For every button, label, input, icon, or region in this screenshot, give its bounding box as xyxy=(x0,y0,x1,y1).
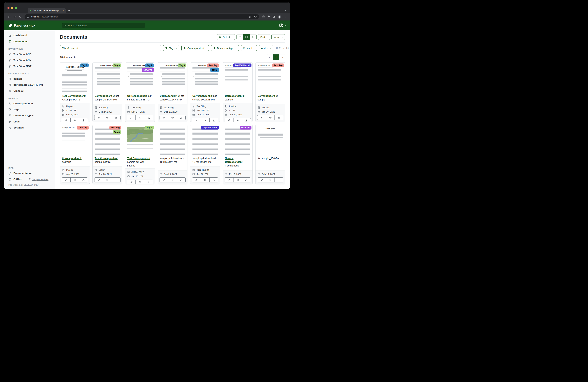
tag-badge-test-tag[interactable]: Test Tag xyxy=(109,126,121,130)
document-thumbnail[interactable]: Adobe Acrobat PDF FilesTag 3 xyxy=(158,62,188,92)
tag-badge-tag-2[interactable]: Tag 2 xyxy=(210,68,219,72)
tag-badge-test-tag[interactable]: Test Tag xyxy=(77,126,89,130)
app-brand[interactable]: Paperless-ngx xyxy=(8,23,35,28)
correspondent-link[interactable]: Correspondent 2 xyxy=(95,95,114,97)
reset-filters-button[interactable]: ✕ Reset filters xyxy=(276,47,290,50)
download-button[interactable] xyxy=(177,178,186,182)
view-toggle-grid[interactable] xyxy=(243,34,250,40)
edit-button[interactable] xyxy=(160,178,168,182)
sidebar-item-close-all[interactable]: Close all xyxy=(4,88,55,94)
correspondent-link[interactable]: Correspondent 2 xyxy=(62,157,82,160)
correspondent-link[interactable]: Newest Correspondent xyxy=(225,157,242,163)
correspondent-link[interactable]: Test Correspondent xyxy=(127,157,150,160)
sidebar-item-test-view-not[interactable]: Test View NOT xyxy=(4,63,55,69)
document-thumbnail[interactable] xyxy=(158,125,188,155)
sidebar-item-settings[interactable]: Settings xyxy=(4,125,55,131)
document-thumbnail[interactable]: Lorem ipsum xyxy=(255,125,285,155)
preview-button[interactable] xyxy=(201,118,210,122)
close-window-button[interactable] xyxy=(7,7,10,9)
download-button[interactable] xyxy=(79,178,88,182)
search-input[interactable] xyxy=(68,24,143,27)
address-bar[interactable]: localhost :4200/documents xyxy=(24,14,259,19)
document-card[interactable]: Tag 3Test Correspondent: sample-pdf-with… xyxy=(125,125,155,184)
suggest-an-idea-link[interactable]: Suggest an idea xyxy=(29,178,49,181)
sidebar-item-test-view-any[interactable]: Test View ANY xyxy=(4,57,55,63)
correspondent-link[interactable]: Correspondent 2 xyxy=(257,95,277,97)
tag-badge-tag-3[interactable]: Tag 3 xyxy=(113,63,121,67)
views-button[interactable]: Views xyxy=(272,34,285,40)
download-button[interactable] xyxy=(144,115,153,120)
document-card[interactable]: Lorem ipsumfile-sample_150kBsFeb 15, 202… xyxy=(255,125,285,184)
document-thumbnail[interactable]: A Simple PDF FileTagWithPartial xyxy=(223,62,252,92)
document-card[interactable]: A Simple PDF FileTest TagCorrespondent 2… xyxy=(60,125,90,184)
sidebar-item-test-view-and[interactable]: Test View AND xyxy=(4,51,55,57)
document-card[interactable]: Adobe Acrobat PDF FilesTag 2NewOneCorres… xyxy=(125,62,155,122)
download-button[interactable] xyxy=(210,118,218,122)
correspondent-link[interactable]: Correspondent 2 xyxy=(225,95,244,97)
filter-text-input[interactable] xyxy=(83,45,161,51)
document-thumbnail[interactable]: A Simple PDF FileTest Tag xyxy=(255,62,285,92)
document-card[interactable]: A Simple PDF FileTest TagCorrespondent 2… xyxy=(255,62,285,122)
preview-button[interactable] xyxy=(266,115,275,120)
sort-button[interactable]: Sort xyxy=(258,34,270,40)
sidebar-item-document-types[interactable]: Document types xyxy=(4,113,55,119)
preview-button[interactable] xyxy=(168,178,177,182)
document-thumbnail[interactable]: A Simple PDF FileTest Tag xyxy=(60,125,90,155)
filter-document-type-button[interactable]: Document type xyxy=(211,45,239,51)
preview-button[interactable] xyxy=(201,178,210,182)
document-card[interactable]: Test TagTag 3Test Correspondent: sample-… xyxy=(92,125,122,184)
document-card[interactable]: Lorem IpsumTag 2Test Correspondent: A Sa… xyxy=(60,62,90,122)
preview-button[interactable] xyxy=(70,178,79,182)
sidebar-item-tags[interactable]: Tags xyxy=(4,106,55,113)
sidebar-item-correspondents[interactable]: Correspondents xyxy=(4,101,55,106)
filter-created-button[interactable]: Created xyxy=(241,45,257,51)
preview-button[interactable] xyxy=(233,178,242,182)
tag-badge-test-tag[interactable]: Test Tag xyxy=(207,63,219,67)
browser-tab[interactable]: Documents - Paperless-ngx ✕ xyxy=(28,8,66,13)
sidebar-item-pdf-sample-10-24-48-pm[interactable]: pdf-sample 10.24.48 PM xyxy=(4,82,55,88)
edit-button[interactable] xyxy=(94,115,103,120)
edit-button[interactable] xyxy=(225,178,233,182)
download-button[interactable] xyxy=(79,118,88,122)
document-card[interactable]: TagWithPartialsample-pdf-download-10-mb-… xyxy=(190,125,220,184)
edit-button[interactable] xyxy=(192,118,201,122)
preview-button[interactable] xyxy=(103,115,112,120)
document-card[interactable]: Adobe Acrobat PDF FilesTag 3Corresponden… xyxy=(158,62,188,122)
site-info-icon[interactable] xyxy=(27,16,29,18)
tag-badge-tagwithpartial[interactable]: TagWithPartial xyxy=(233,63,252,67)
correspondent-link[interactable]: Correspondent 2 xyxy=(192,95,212,97)
browser-profile-avatar[interactable] xyxy=(278,15,281,19)
document-thumbnail[interactable]: Adobe Acrobat PDF FilesTest TagTag 2 xyxy=(190,62,220,92)
tag-badge-tag-3[interactable]: Tag 3 xyxy=(145,126,154,130)
share-icon[interactable] xyxy=(249,16,251,18)
tag-badge-newone[interactable]: NewOne xyxy=(240,126,252,130)
document-thumbnail[interactable]: Tag 3 xyxy=(125,125,155,155)
edit-button[interactable] xyxy=(127,180,136,184)
reload-button[interactable] xyxy=(18,15,23,19)
tab-close-icon[interactable]: ✕ xyxy=(62,9,64,12)
extensions-puzzle-icon[interactable] xyxy=(267,15,270,18)
document-thumbnail[interactable]: Adobe Acrobat PDF FilesTag 2NewOne xyxy=(125,62,155,92)
tag-badge-tag-2[interactable]: Tag 2 xyxy=(145,63,154,67)
document-thumbnail[interactable]: TagWithPartial xyxy=(190,125,220,155)
zoom-window-button[interactable] xyxy=(15,7,17,9)
preview-button[interactable] xyxy=(168,115,177,120)
sidebar-item-sample[interactable]: sample xyxy=(4,76,55,82)
download-button[interactable] xyxy=(274,178,283,182)
sidebar-item-logs[interactable]: Logs xyxy=(4,119,55,125)
view-toggle-list[interactable] xyxy=(237,34,243,40)
download-button[interactable] xyxy=(274,115,283,120)
edit-button[interactable] xyxy=(127,115,136,120)
tag-badge-tag-3[interactable]: Tag 3 xyxy=(113,130,121,134)
edit-button[interactable] xyxy=(192,178,201,182)
filter-field-button[interactable]: Title & content xyxy=(60,45,83,51)
pagination-prev[interactable]: « xyxy=(267,54,273,60)
tag-badge-tagwithpartial[interactable]: TagWithPartial xyxy=(201,126,219,130)
edit-button[interactable] xyxy=(62,178,70,182)
tag-badge-test-tag[interactable]: Test Tag xyxy=(272,63,284,67)
pagination-next[interactable]: » xyxy=(279,54,285,60)
edit-button[interactable] xyxy=(62,118,70,122)
filter-tags-button[interactable]: Tags xyxy=(163,45,179,51)
document-thumbnail[interactable]: Adobe Acrobat PDF FilesTag 3 xyxy=(93,62,122,92)
back-button[interactable] xyxy=(7,15,11,19)
